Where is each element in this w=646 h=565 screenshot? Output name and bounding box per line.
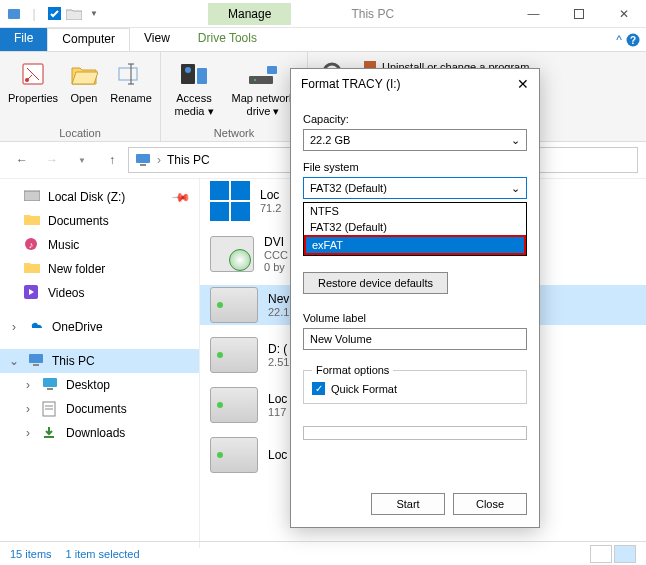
nav-onedrive[interactable]: ›OneDrive [0, 315, 199, 339]
chevron-down-icon[interactable]: ⌄ [8, 354, 20, 368]
tab-file[interactable]: File [0, 28, 47, 51]
properties-label: Properties [8, 92, 58, 105]
nav-documents-2[interactable]: ›Documents [14, 397, 199, 421]
file-sub: CCC [264, 249, 288, 261]
ribbon-help[interactable]: ^ ? [610, 28, 646, 51]
svg-rect-0 [8, 9, 20, 19]
windows-logo-icon [210, 181, 250, 221]
start-button[interactable]: Start [371, 493, 445, 515]
rename-label: Rename [110, 92, 152, 105]
qat-dropdown-icon[interactable]: ▼ [86, 6, 102, 22]
svg-rect-14 [249, 76, 273, 84]
volume-label-input[interactable]: New Volume [303, 328, 527, 350]
rename-button[interactable]: Rename [108, 54, 154, 105]
minimize-button[interactable]: — [511, 0, 556, 28]
chevron-down-icon: ⌄ [511, 182, 520, 195]
format-dialog: Format TRACY (I:) ✕ Capacity: 22.2 GB⌄ F… [290, 68, 540, 528]
collapse-ribbon-icon[interactable]: ^ [616, 33, 622, 47]
filesystem-select[interactable]: FAT32 (Default)⌄ [303, 177, 527, 199]
dvd-drive-icon [210, 236, 254, 272]
status-bar: 15 items 1 item selected [0, 541, 646, 565]
help-icon[interactable]: ? [626, 33, 640, 47]
close-button[interactable]: ✕ [601, 0, 646, 28]
tab-computer[interactable]: Computer [47, 28, 130, 51]
fs-option-fat32[interactable]: FAT32 (Default) [304, 219, 526, 235]
contextual-tab-header: Manage [208, 3, 291, 25]
open-button[interactable]: Open [64, 54, 104, 105]
file-sub: 22.1 [268, 306, 289, 318]
volume-label-value: New Volume [310, 333, 372, 345]
restore-defaults-button[interactable]: Restore device defaults [303, 272, 448, 294]
recent-button[interactable]: ▼ [68, 146, 96, 174]
navigation-pane: Local Disk (Z:)📌 Documents ♪Music New fo… [0, 179, 200, 548]
access-media-button[interactable]: Access media ▾ [167, 54, 221, 118]
view-icons-button[interactable] [614, 545, 636, 563]
svg-point-12 [185, 67, 191, 73]
filesystem-label: File system [303, 161, 527, 173]
qat-folder-icon[interactable] [66, 6, 82, 22]
this-pc-icon [28, 353, 44, 369]
window-controls: — ✕ [511, 0, 646, 28]
nav-desktop[interactable]: ›Desktop [14, 373, 199, 397]
file-name: DVI [264, 235, 288, 249]
svg-text:?: ? [630, 35, 636, 46]
file-sub: 117 [268, 406, 287, 418]
ribbon-tabs: File Computer View Drive Tools ^ ? [0, 28, 646, 52]
desktop-icon [42, 377, 58, 393]
svg-rect-16 [267, 66, 277, 74]
view-details-button[interactable] [590, 545, 612, 563]
group-label-network: Network [214, 127, 254, 139]
chevron-right-icon[interactable]: › [8, 320, 20, 334]
svg-rect-31 [43, 378, 57, 387]
downloads-icon [42, 425, 58, 441]
quick-format-checkbox[interactable]: ✓ Quick Format [312, 382, 518, 395]
svg-rect-32 [47, 388, 53, 390]
close-button[interactable]: Close [453, 493, 527, 515]
svg-rect-30 [33, 364, 39, 366]
chevron-right-icon[interactable]: › [22, 402, 34, 416]
qat-checkbox-icon[interactable] [46, 6, 62, 22]
forward-button[interactable]: → [38, 146, 66, 174]
tab-drive-tools[interactable]: Drive Tools [184, 28, 271, 51]
quick-access-toolbar: | ▼ [0, 6, 108, 22]
documents-icon [42, 401, 58, 417]
fs-option-exfat[interactable]: exFAT [304, 235, 526, 255]
file-name: D: ( [268, 342, 289, 356]
chevron-right-icon[interactable]: › [22, 426, 34, 440]
up-button[interactable]: ↑ [98, 146, 126, 174]
ribbon-group-location: Properties Open Rename Location [0, 52, 161, 141]
nav-this-pc[interactable]: ⌄This PC [0, 349, 199, 373]
svg-point-6 [25, 78, 29, 82]
capacity-value: 22.2 GB [310, 134, 350, 146]
svg-rect-24 [140, 164, 146, 166]
drive-icon [24, 189, 40, 205]
nav-local-disk[interactable]: Local Disk (Z:)📌 [0, 185, 199, 209]
status-selected: 1 item selected [66, 548, 140, 560]
file-name: Nev [268, 292, 289, 306]
nav-new-folder[interactable]: New folder [0, 257, 199, 281]
address-text: This PC [167, 153, 210, 167]
svg-rect-29 [29, 354, 43, 363]
chevron-right-icon[interactable]: › [22, 378, 34, 392]
titlebar: | ▼ Manage This PC — ✕ [0, 0, 646, 28]
fs-option-ntfs[interactable]: NTFS [304, 203, 526, 219]
properties-button[interactable]: Properties [6, 54, 60, 105]
nav-music[interactable]: ♪Music [0, 233, 199, 257]
capacity-label: Capacity: [303, 113, 527, 125]
nav-downloads[interactable]: ›Downloads [14, 421, 199, 445]
tab-view[interactable]: View [130, 28, 184, 51]
nav-videos[interactable]: Videos [0, 281, 199, 305]
dialog-close-button[interactable]: ✕ [517, 76, 529, 92]
filesystem-value: FAT32 (Default) [310, 182, 387, 194]
capacity-select[interactable]: 22.2 GB⌄ [303, 129, 527, 151]
rename-icon [115, 58, 147, 90]
properties-icon [17, 58, 49, 90]
folder-icon [24, 261, 40, 277]
svg-rect-2 [574, 9, 583, 18]
nav-documents[interactable]: Documents [0, 209, 199, 233]
back-button[interactable]: ← [8, 146, 36, 174]
pin-icon: 📌 [171, 187, 192, 208]
format-options-legend: Format options [312, 364, 393, 376]
maximize-button[interactable] [556, 0, 601, 28]
music-icon: ♪ [24, 237, 40, 253]
